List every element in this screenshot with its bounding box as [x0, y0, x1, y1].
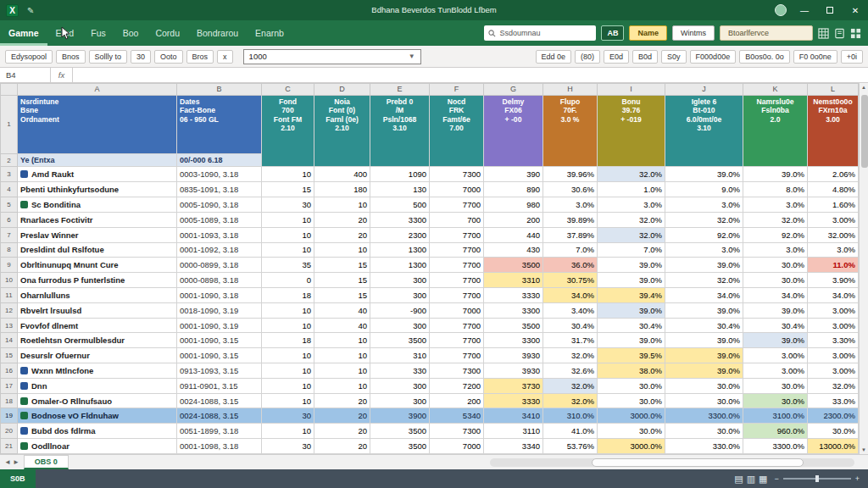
toolbar-button-b0os0o-0o[interactable]: B0os0o. 0o	[739, 50, 790, 64]
value-cell[interactable]: 10	[314, 197, 370, 213]
value-cell[interactable]: 1300	[370, 258, 430, 273]
value-cell[interactable]: 7200	[430, 378, 484, 393]
toolbar-button-s0y[interactable]: S0y	[661, 50, 687, 64]
value-cell[interactable]: 34.0%	[808, 287, 859, 302]
value-cell[interactable]: 10	[262, 393, 314, 408]
column-header-k[interactable]: Namrslu0eFsln0ba2.0	[743, 95, 808, 167]
value-cell[interactable]: 5340	[430, 408, 484, 424]
column-header-d[interactable]: NoiaFont (0)Farnl (0e)2.10	[314, 95, 370, 167]
value-cell[interactable]: 40	[314, 302, 370, 318]
value-combobox[interactable]: 1000 ▼	[243, 49, 421, 64]
value-cell[interactable]: 10	[262, 227, 314, 242]
row-label-cell[interactable]: Rnarlaces Foctivitr	[18, 212, 177, 227]
value-cell[interactable]: 10	[262, 424, 314, 439]
value-cell[interactable]: 300	[370, 318, 430, 333]
value-cell[interactable]: 3.0%	[665, 197, 743, 213]
toolbar-button-edd-0e[interactable]: Edd 0e	[536, 50, 572, 64]
value-cell[interactable]: 3930	[484, 348, 543, 363]
row-label-cell[interactable]: Preslav Winner	[18, 227, 177, 242]
value-cell[interactable]: 7700	[430, 197, 484, 213]
value-cell[interactable]: -900	[370, 302, 430, 318]
row-label-cell[interactable]: Oharnlulluns	[18, 287, 177, 302]
value-cell[interactable]: 37.89%	[543, 227, 598, 242]
value-cell[interactable]: 3500	[484, 258, 543, 273]
value-cell[interactable]: 39.0%	[743, 167, 808, 182]
toolbar-button-x[interactable]: x	[217, 50, 233, 64]
value-cell[interactable]: 53.76%	[543, 439, 598, 454]
ribbon-chip-name[interactable]: Name	[629, 25, 667, 41]
column-header-e[interactable]: Prebd 0/MPsln/10683.10	[370, 95, 430, 167]
value-cell[interactable]: 32.0%	[598, 167, 665, 182]
row-number[interactable]: 5	[1, 197, 18, 213]
row-number[interactable]: 20	[1, 424, 18, 439]
row-number[interactable]: 3	[1, 167, 18, 182]
value-cell[interactable]: 330.0%	[665, 439, 743, 454]
view-icon[interactable]: ▦	[759, 474, 767, 484]
date-range-cell[interactable]: 0001-1092, 3.18	[177, 242, 262, 258]
value-cell[interactable]: 32.6%	[543, 363, 598, 379]
value-cell[interactable]: 3.00%	[808, 318, 859, 333]
value-cell[interactable]: 30.4%	[743, 318, 808, 333]
value-cell[interactable]: 300	[370, 378, 430, 393]
value-cell[interactable]: 18	[262, 287, 314, 302]
value-cell[interactable]: 32.0%	[543, 378, 598, 393]
row-label-cell[interactable]: Oodllnoar	[18, 439, 177, 454]
row-number[interactable]: 15	[1, 348, 18, 363]
value-cell[interactable]: 30.4%	[598, 318, 665, 333]
value-cell[interactable]: 10	[262, 318, 314, 333]
date-range-cell[interactable]: 0001-1090, 3.15	[177, 348, 262, 363]
view-icon[interactable]: ▥	[747, 474, 755, 484]
ribbon-tab-cordu[interactable]: Cordu	[147, 20, 188, 46]
value-cell[interactable]: 20	[314, 424, 370, 439]
value-cell[interactable]: 34.0%	[665, 287, 743, 302]
row-number[interactable]: 13	[1, 318, 18, 333]
value-cell[interactable]: 3.90%	[808, 273, 859, 288]
value-cell[interactable]: 1090	[370, 167, 430, 182]
value-cell[interactable]: 32.00%	[808, 227, 859, 242]
row-number[interactable]: 10	[1, 273, 18, 288]
value-cell[interactable]: 10	[314, 378, 370, 393]
column-letter-j[interactable]: J	[665, 84, 743, 96]
ribbon-tab-boo[interactable]: Boo	[114, 20, 147, 46]
value-cell[interactable]: 30.0%	[665, 393, 743, 408]
column-letter-c[interactable]: C	[262, 84, 314, 96]
value-cell[interactable]: 4.80%	[808, 182, 859, 197]
value-cell[interactable]: 20	[314, 393, 370, 408]
value-cell[interactable]: 890	[484, 182, 543, 197]
value-cell[interactable]: 3.00%	[808, 212, 859, 227]
row-number[interactable]: 11	[1, 287, 18, 302]
column-header-a[interactable]: NsrdintuneBsneOrdnament	[18, 95, 177, 153]
date-range-cell[interactable]: 0001-1098, 3.18	[177, 439, 262, 454]
subheader-b[interactable]: 00/-000 6.18	[177, 153, 262, 167]
value-cell[interactable]: 36.0%	[543, 258, 598, 273]
value-cell[interactable]: 39.0%	[743, 302, 808, 318]
value-cell[interactable]: 2.06%	[808, 167, 859, 182]
value-cell[interactable]: 3.00%	[808, 363, 859, 379]
value-cell[interactable]: 39.0%	[598, 273, 665, 288]
value-cell[interactable]: 3330	[484, 287, 543, 302]
row-label-cell[interactable]: Desurslr Ofuernur	[18, 348, 177, 363]
value-cell[interactable]: 7700	[430, 333, 484, 348]
value-cell[interactable]: 30.6%	[543, 182, 598, 197]
value-cell[interactable]: 3110	[484, 424, 543, 439]
value-cell[interactable]: 3000.0%	[598, 408, 665, 424]
value-cell[interactable]: 10	[262, 348, 314, 363]
column-letter-b[interactable]: B	[177, 84, 262, 96]
date-range-cell[interactable]: 0000-0899, 3.18	[177, 258, 262, 273]
value-cell[interactable]: 15	[314, 287, 370, 302]
value-cell[interactable]: 3300.0%	[665, 408, 743, 424]
formula-input[interactable]	[73, 68, 868, 82]
value-cell[interactable]: 39.0%	[665, 302, 743, 318]
value-cell[interactable]: 39.0%	[743, 333, 808, 348]
value-cell[interactable]: 8.0%	[743, 182, 808, 197]
value-cell[interactable]: 200	[430, 393, 484, 408]
value-cell[interactable]: 3500	[370, 424, 430, 439]
value-cell[interactable]: 41.0%	[543, 424, 598, 439]
column-letter-f[interactable]: F	[430, 84, 484, 96]
value-cell[interactable]: 3340	[484, 439, 543, 454]
value-cell[interactable]: 330	[370, 363, 430, 379]
date-range-cell[interactable]: 0001-1090, 3.15	[177, 333, 262, 348]
value-cell[interactable]: 3500	[370, 439, 430, 454]
value-cell[interactable]: 3.0%	[808, 242, 859, 258]
value-cell[interactable]: 390	[484, 167, 543, 182]
